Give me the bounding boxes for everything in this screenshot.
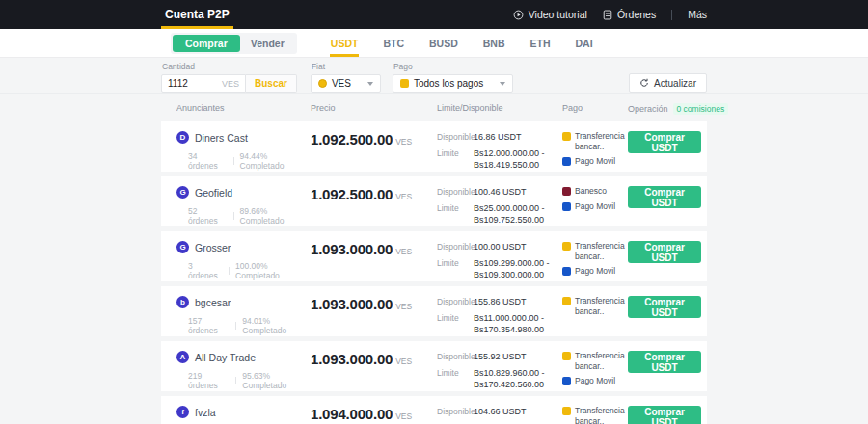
limit-value: Bs11.000.000.00 -Bs170.354.980.00 (474, 312, 544, 336)
payment-method-icon (562, 132, 571, 141)
avatar: G (176, 241, 189, 253)
fiat-select[interactable]: VES (311, 74, 381, 93)
available-label: Disponible (437, 241, 474, 253)
tab-bnb[interactable]: BNB (471, 29, 518, 57)
more-link[interactable]: Más (688, 9, 707, 20)
orders-link[interactable]: Órdenes (603, 9, 656, 20)
price-cell: 1.093.000.00VES (311, 241, 437, 281)
buy-usdt-button[interactable]: Comprar USDT (628, 241, 701, 263)
completion-rate: 95.63% Completado (242, 371, 311, 390)
table-header: Anunciantes Precio Limite/Disponible Pag… (161, 96, 707, 121)
page-title: Cuenta P2P (161, 0, 233, 29)
advertiser-name[interactable]: fvzla (195, 407, 216, 418)
payment-method-icon (562, 407, 571, 415)
advertiser-cell: A All Day Trade 219 órdenes 95.63% Compl… (176, 351, 311, 391)
available-value: 155.86 USDT (474, 296, 527, 308)
advertiser-name[interactable]: Diners Cast (195, 132, 248, 144)
offer-row: D Diners Cast 34 órdenes 94.44% Completa… (161, 121, 707, 172)
filter-bar: Cantidad VES Buscar Fiat VES Pago (0, 58, 868, 94)
play-circle-icon (513, 10, 524, 20)
payment-select[interactable]: Todos los pagos (393, 74, 513, 93)
price-cell: 1.092.500.00VES (311, 186, 437, 226)
payment-method-label: Banesco (575, 186, 625, 197)
price-currency: VES (395, 357, 412, 366)
payment-method-label: Transferencia bancar.. (575, 131, 625, 151)
payment-method-list: BanescoPago Movil (562, 186, 628, 226)
orders-count: 219 órdenes (188, 371, 230, 390)
sell-tab[interactable]: Vender (240, 35, 295, 52)
orders-count: 34 órdenes (188, 151, 228, 171)
offer-row: A All Day Trade 219 órdenes 95.63% Compl… (161, 341, 707, 391)
payment-method-icon (562, 297, 571, 305)
video-tutorial-link[interactable]: Video tutorial (513, 9, 587, 20)
sub-separator (229, 267, 230, 275)
offers-section: Anunciantes Precio Limite/Disponible Pag… (0, 94, 868, 424)
tab-usdt[interactable]: USDT (318, 29, 371, 57)
advertiser-cell: G Geofield 52 órdenes 89.66% Completado (176, 186, 311, 226)
amount-suffix: VES (222, 79, 239, 89)
sub-separator (235, 377, 236, 384)
price-currency: VES (395, 137, 412, 146)
advertiser-name[interactable]: Geofield (195, 187, 232, 199)
tab-eth[interactable]: ETH (518, 29, 563, 57)
orders-label: Órdenes (617, 9, 656, 20)
limit-available-cell: Disponible 104.66 USDT Limite Bs10.900.0… (437, 406, 562, 424)
tab-dai[interactable]: DAI (563, 29, 606, 57)
price-currency: VES (395, 247, 412, 256)
limit-available-cell: Disponible 155.86 USDT Limite Bs11.000.0… (437, 296, 562, 336)
operation-cell: Comprar USDT (628, 351, 703, 391)
payment-method-label: Pago Movil (575, 156, 625, 167)
payment-method-icon (562, 352, 571, 360)
advertiser-name[interactable]: bgcesar (195, 297, 231, 308)
chevron-down-icon (500, 82, 505, 86)
buy-usdt-button[interactable]: Comprar USDT (628, 351, 701, 373)
payment-method-icon (562, 242, 571, 251)
amount-input-box: VES (161, 74, 246, 93)
payment-filter: Pago Todos los pagos (393, 62, 513, 93)
tab-busd[interactable]: BUSD (417, 29, 471, 57)
price-value: 1.093.000.00 (311, 296, 393, 312)
payment-method: Transferencia bancar.. (562, 406, 628, 424)
document-icon (603, 10, 612, 20)
payment-method-list: Transferencia bancar.. (562, 406, 628, 424)
buy-usdt-button[interactable]: Comprar USDT (628, 186, 701, 208)
search-button[interactable]: Buscar (246, 74, 297, 93)
payment-method: Transferencia bancar.. (562, 131, 628, 151)
price-cell: 1.092.500.00VES (311, 131, 437, 172)
limit-value: Bs25.000.000.00 -Bs109.752.550.00 (474, 202, 545, 226)
payment-method: Transferencia bancar.. (562, 351, 628, 371)
amount-input[interactable] (168, 78, 212, 89)
payment-method-label: Pago Movil (575, 376, 625, 386)
advertiser-name[interactable]: All Day Trade (195, 352, 256, 363)
payment-method-label: Transferencia bancar.. (575, 296, 625, 316)
orders-count: 52 órdenes (188, 206, 228, 225)
price-cell: 1.093.000.00VES (311, 351, 437, 391)
limit-label: Limite (437, 257, 474, 281)
payment-method-label: Pago Movil (575, 201, 625, 212)
buy-tab[interactable]: Comprar (173, 35, 240, 52)
buy-usdt-button[interactable]: Comprar USDT (628, 131, 701, 153)
payment-method-list: Transferencia bancar..Pago Movil (562, 241, 628, 281)
operation-cell: Comprar USDT (628, 186, 703, 226)
tab-btc[interactable]: BTC (370, 29, 417, 57)
payment-method: Pago Movil (562, 156, 628, 167)
buy-usdt-button[interactable]: Comprar USDT (628, 406, 701, 424)
payment-method-label: Transferencia bancar.. (575, 241, 625, 261)
advertiser-name[interactable]: Grosser (195, 242, 231, 253)
limit-label: Limite (437, 312, 474, 336)
buy-usdt-button[interactable]: Comprar USDT (628, 296, 701, 318)
header-operacion: Operación 0 comisiones (628, 103, 703, 115)
limit-label: Limite (437, 202, 474, 226)
completion-rate: 94.44% Completado (240, 151, 311, 171)
offer-row: G Geofield 52 órdenes 89.66% Completado … (161, 176, 707, 226)
refresh-button[interactable]: Actualizar (629, 73, 707, 93)
payment-method-label: Pago Movil (575, 266, 625, 277)
price-value: 1.094.000.00 (311, 406, 393, 422)
price-cell: 1.094.000.00VES (311, 406, 437, 424)
limit-available-cell: Disponible 100.46 USDT Limite Bs25.000.0… (437, 186, 562, 226)
avatar: A (176, 351, 189, 363)
advertiser-cell: b bgcesar 157 órdenes 94.01% Completado (176, 296, 311, 336)
price-cell: 1.093.000.00VES (311, 296, 437, 336)
payment-method-list: Transferencia bancar..Pago Movil (562, 351, 628, 391)
avatar: f (176, 406, 189, 418)
